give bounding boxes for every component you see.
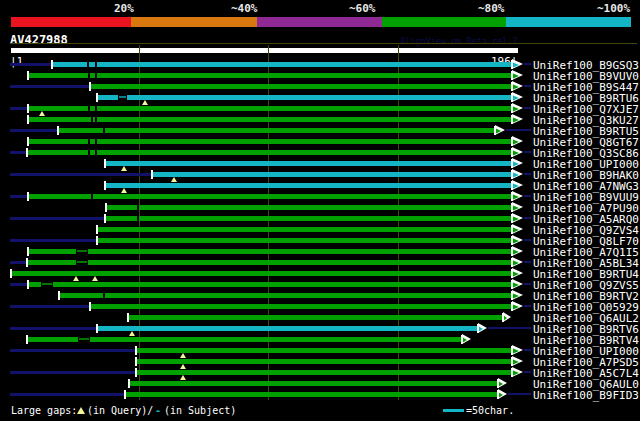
- alignment-start-tick: [104, 159, 106, 168]
- subject-overhang-left: [10, 85, 89, 88]
- alignment-row: UniRef100_B9FID3: [0, 389, 640, 400]
- arrow-base-tick: [497, 390, 499, 399]
- alignment-start-tick: [135, 346, 137, 355]
- arrow-base-tick: [511, 82, 513, 91]
- arrow-base-tick: [511, 247, 513, 256]
- arrow-base-tick: [511, 115, 513, 124]
- subject-overhang-left: [10, 305, 89, 308]
- alignment-row: UniRef100_B9RTV2: [0, 290, 640, 301]
- alignment-bar: [152, 172, 512, 177]
- arrow-base-tick: [511, 104, 513, 113]
- alignment-bar: [106, 205, 512, 210]
- alignment-row: UniRef100_UPI000..: [0, 345, 640, 356]
- alignment-row: UniRef100_B9HAK0: [0, 169, 640, 180]
- alignment-start-tick: [27, 104, 29, 113]
- scale-color-segment: [257, 17, 382, 27]
- hit-arrowhead: [512, 282, 519, 288]
- alignment-start-tick: [57, 126, 59, 135]
- alignment-bar: [28, 139, 512, 144]
- subject-overhang-left: [10, 283, 27, 286]
- subject-overhang-right: [524, 217, 531, 219]
- small-gap-tick: [88, 139, 90, 144]
- arrow-base-tick: [511, 93, 513, 102]
- alignment-row: UniRef100_B9RTV4: [0, 334, 640, 345]
- alignment-bar: [97, 326, 478, 331]
- alignment-start-tick: [89, 82, 91, 91]
- alignment-start-tick: [105, 203, 107, 212]
- arrow-base-tick: [511, 368, 513, 377]
- alignment-row: UniRef100_B9GSQ3: [0, 59, 640, 70]
- arrow-base-tick: [511, 71, 513, 80]
- scale-key-label: =50char.: [466, 404, 514, 417]
- alignment-start-tick: [27, 115, 29, 124]
- alignment-bar: [28, 194, 512, 199]
- arrow-base-tick: [497, 379, 499, 388]
- small-gap-tick: [95, 73, 97, 78]
- small-gap-tick: [95, 106, 97, 111]
- subject-gap-dash-icon: -: [155, 404, 161, 417]
- hit-arrowhead: [512, 62, 519, 68]
- alignment-row: UniRef100_B9VUU9: [0, 191, 640, 202]
- alignment-bar: [28, 117, 512, 122]
- subject-overhang-right: [506, 129, 531, 131]
- arrow-base-tick: [511, 258, 513, 267]
- arrow-base-tick: [511, 302, 513, 311]
- arrow-base-tick: [461, 335, 463, 344]
- alignment-row: UniRef100_A7Q1I5: [0, 246, 640, 257]
- alignment-row: UniRef100_A7NWG3: [0, 180, 640, 191]
- scale-color-segment: [506, 17, 631, 27]
- alignment-start-tick: [26, 258, 28, 267]
- hit-arrowhead: [512, 183, 519, 189]
- alignment-start-tick: [151, 170, 153, 179]
- hit-arrowhead: [512, 293, 519, 299]
- alignment-start-tick: [104, 214, 106, 223]
- subject-overhang-right: [488, 327, 531, 329]
- small-gap-tick: [88, 106, 90, 111]
- alignment-start-tick: [96, 236, 98, 245]
- subject-overhang-left: [10, 107, 27, 110]
- alignment-bar: [28, 73, 512, 78]
- small-gap-tick: [103, 128, 105, 133]
- arrow-base-tick: [511, 181, 513, 190]
- alignment-bar: [97, 95, 512, 100]
- row-label: UniRef100_B9FID3: [533, 389, 639, 402]
- alignment-row: UniRef100_Q3SC86: [0, 147, 640, 158]
- subject-overhang-right: [524, 195, 531, 197]
- alignment-row: UniRef100_UPI000..: [0, 158, 640, 169]
- arrow-base-tick: [511, 192, 513, 201]
- large-gap-subject-line: [79, 338, 89, 340]
- small-gap-tick: [87, 62, 89, 67]
- hit-arrowhead: [512, 139, 519, 145]
- subject-overhang-left: [10, 349, 135, 352]
- arrow-base-tick: [511, 346, 513, 355]
- alignment-start-tick: [127, 313, 129, 322]
- subject-overhang-left: [10, 63, 51, 66]
- arrow-base-tick: [511, 236, 513, 245]
- alignment-bar: [28, 282, 512, 287]
- hit-arrowhead: [512, 161, 519, 167]
- alignment-bar: [97, 238, 512, 243]
- arrow-base-tick: [511, 60, 513, 69]
- alignment-bar: [136, 370, 512, 375]
- query-ruler-bar: [11, 48, 518, 53]
- small-gap-tick: [137, 205, 139, 210]
- subject-overhang-right: [524, 173, 531, 175]
- hit-arrowhead: [512, 172, 519, 178]
- query-gap-legend-text: (in Query)/: [87, 404, 153, 417]
- hit-arrowhead: [512, 370, 519, 376]
- alignment-row: UniRef100_A5C7L4: [0, 367, 640, 378]
- alignment-start-tick: [128, 379, 130, 388]
- large-gap-subject-line: [119, 96, 126, 98]
- alignment-row: UniRef100_Q9ZVS5: [0, 279, 640, 290]
- small-gap-tick: [95, 139, 97, 144]
- alignment-bar: [136, 348, 512, 353]
- alignment-bar: [90, 84, 512, 89]
- alignment-start-tick: [96, 324, 98, 333]
- hit-arrowhead: [512, 260, 519, 266]
- arrow-base-tick: [502, 313, 504, 322]
- subject-overhang-right: [524, 63, 531, 65]
- alignment-row: UniRef100_Q9ZVS4: [0, 224, 640, 235]
- alignment-row: UniRef100_B9RTV6: [0, 323, 640, 334]
- alignment-bar: [59, 293, 512, 298]
- large-gap-subject-line: [77, 250, 87, 252]
